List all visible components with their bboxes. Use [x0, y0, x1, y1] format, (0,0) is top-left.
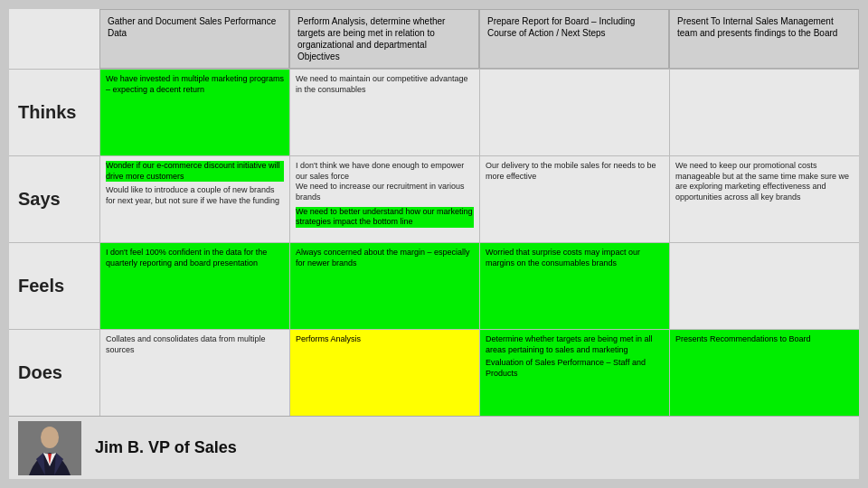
- row-label-says: Says: [9, 155, 99, 242]
- main-container: Gather and Document Sales Performance Da…: [9, 9, 859, 479]
- does-cell-3-text2: Evaluation of Sales Performance – Staff …: [486, 358, 664, 379]
- thinks-cell-1-text: We have invested in multiple marketing p…: [106, 74, 284, 95]
- header-cell-2: Perform Analysis, determine whether targ…: [289, 9, 479, 69]
- says-cell-1: Wonder if our e-commerce discount initia…: [99, 156, 289, 242]
- says-cell-2-line1: I don't think we have done enough to emp…: [296, 161, 474, 203]
- says-cell-4: We need to keep our promotional costs ma…: [669, 156, 859, 242]
- feels-cell-4: [669, 243, 859, 329]
- does-cell-4-text: Presents Recommendations to Board: [675, 334, 854, 345]
- does-cell-1-text: Collates and consolidates data from mult…: [106, 334, 284, 355]
- thinks-row: We have invested in multiple marketing p…: [99, 69, 859, 155]
- feels-cell-3-text: Worried that surprise costs may impact o…: [486, 248, 664, 268]
- feels-cell-1-text: I don't feel 100% confident in the data …: [106, 248, 284, 268]
- says-cell-3-text: Our delivery to the mobile sales for nee…: [486, 161, 664, 182]
- header-cell-4: Present To Internal Sales Management tea…: [669, 9, 859, 69]
- svg-point-1: [41, 427, 59, 448]
- person-name: Jim B. VP of Sales: [95, 438, 237, 457]
- says-cell-1-line2: Would like to introduce a couple of new …: [106, 185, 284, 206]
- content-area: Thinks Says Feels Does We have invested …: [9, 69, 859, 416]
- thinks-cell-2: We need to maintain our competitive adva…: [289, 70, 479, 155]
- avatar-image: [18, 421, 81, 475]
- footer-area: Jim B. VP of Sales: [9, 416, 859, 479]
- row-label-feels: Feels: [9, 242, 99, 329]
- thinks-cell-3: [479, 70, 669, 155]
- header-cell-1: Gather and Document Sales Performance Da…: [99, 9, 289, 69]
- does-cell-3-text: Determine whether targets are being met …: [486, 334, 664, 355]
- avatar: [18, 421, 81, 475]
- thinks-cell-4: [669, 70, 859, 155]
- header-row: Gather and Document Sales Performance Da…: [99, 9, 859, 69]
- header-cell-3: Prepare Report for Board – Including Cou…: [479, 9, 669, 69]
- thinks-cell-1: We have invested in multiple marketing p…: [99, 70, 289, 155]
- says-cell-4-text: We need to keep our promotional costs ma…: [675, 161, 854, 203]
- says-cell-3: Our delivery to the mobile sales for nee…: [479, 156, 669, 242]
- says-cell-1-line1: Wonder if our e-commerce discount initia…: [106, 161, 284, 182]
- says-row: Wonder if our e-commerce discount initia…: [99, 155, 859, 242]
- does-cell-4: Presents Recommendations to Board: [669, 330, 859, 416]
- says-cell-2-line2: We need to better understand how our mar…: [296, 207, 474, 228]
- row-label-thinks: Thinks: [9, 69, 99, 155]
- feels-cell-2-text: Always concerned about the margin – espe…: [296, 248, 474, 268]
- does-cell-2-text: Performs Analysis: [296, 334, 474, 345]
- feels-cell-2: Always concerned about the margin – espe…: [289, 243, 479, 329]
- says-cell-2: I don't think we have done enough to emp…: [289, 156, 479, 242]
- does-row: Collates and consolidates data from mult…: [99, 329, 859, 416]
- feels-cell-3: Worried that surprise costs may impact o…: [479, 243, 669, 329]
- feels-cell-1: I don't feel 100% confident in the data …: [99, 243, 289, 329]
- feels-row: I don't feel 100% confident in the data …: [99, 242, 859, 329]
- row-labels: Thinks Says Feels Does: [9, 69, 99, 416]
- does-cell-1: Collates and consolidates data from mult…: [99, 330, 289, 416]
- grid-area: We have invested in multiple marketing p…: [99, 69, 859, 416]
- thinks-cell-2-text: We need to maintain our competitive adva…: [296, 74, 474, 95]
- does-cell-2: Performs Analysis: [289, 330, 479, 416]
- does-cell-3: Determine whether targets are being met …: [479, 330, 669, 416]
- row-label-does: Does: [9, 329, 99, 416]
